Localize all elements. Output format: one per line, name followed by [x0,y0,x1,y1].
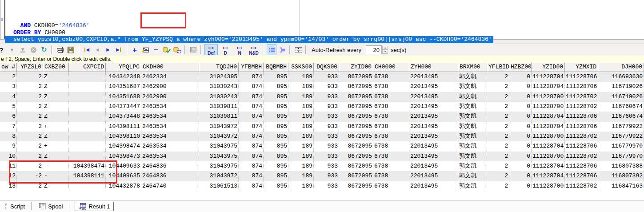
cell-tqdjh0[interactable]: 31043975 [199,161,239,171]
cell-tqdjh0[interactable]: 31061513 [199,181,239,191]
cell-brxm00[interactable]: 郭文凯 [458,92,487,102]
cell-yfbmbh[interactable]: 874 [239,82,264,92]
cell-djh000[interactable]: 116719026 [598,82,644,92]
cell-bqbmbh[interactable]: 895 [264,82,288,92]
column-header-ch0000[interactable]: CH0000 [373,63,409,72]
delete-record-icon[interactable]: − [151,44,161,55]
cell-row[interactable]: 3 [0,82,17,92]
table-row[interactable]: 72+1043981112463534310439728748951899338… [0,122,644,132]
cell-ssks00[interactable]: 189 [288,152,314,161]
column-header-dqks00[interactable]: DQKS00 [314,63,339,72]
cell-dqks00[interactable]: 933 [314,181,339,191]
cell-yzid00[interactable]: 111228700 [532,132,565,141]
cell-yzid00[interactable]: 111228700 [532,92,565,102]
cell-tqdjh0[interactable]: 31043975 [199,152,239,161]
table-row[interactable]: 32Z1043516872462900310302438748951899338… [0,82,644,92]
cell-ch0000[interactable]: 6738 [373,181,409,191]
cell-ssks00[interactable]: 189 [288,72,314,82]
cell-ypqlpc[interactable]: 104398111 [106,122,141,132]
cell-dqks00[interactable]: 933 [314,171,339,181]
cell-yzmxid[interactable]: 111228706 [565,112,598,121]
cell-ypzsl0[interactable]: 2 [17,122,43,132]
cell-zyh000[interactable]: 22013495 [409,92,458,102]
cell-yzmxid[interactable]: 111228706 [565,141,598,151]
cell-yflbid[interactable]: 2 [487,122,509,132]
cell-dqks00[interactable]: 933 [314,132,339,141]
cell-dqks00[interactable]: 933 [314,92,339,102]
cell-tqdjh0[interactable]: 31043972 [199,122,239,132]
cell-hzbz00[interactable]: 0 [509,181,532,191]
column-header-zyid00[interactable]: ZYID00 [339,63,373,72]
save-icon[interactable] [66,44,76,55]
cell-ch0000[interactable]: 6738 [373,141,409,151]
cell-bqbmbh[interactable]: 895 [264,152,288,161]
cell-ckdh00[interactable]: 2464836 [141,171,199,181]
cell-yzmxid[interactable]: 111228702 [565,92,598,102]
cell-tqdjh0[interactable]: 31030243 [199,92,239,102]
cell-zyid00[interactable]: 8672095 [339,82,373,92]
column-header-row[interactable]: ow # [0,63,17,72]
cell-yfbmbh[interactable]: 874 [239,112,264,121]
cell-yfbmbh[interactable]: 874 [239,72,264,82]
cell-yflbid[interactable]: 2 [487,141,509,151]
format-number-button[interactable]: N [233,44,246,55]
cell-yflbid[interactable]: 2 [487,161,509,171]
cell-yfbmbh[interactable]: 874 [239,181,264,191]
cell-bqbmbh[interactable]: 895 [264,102,288,112]
cell-ypqlpc[interactable]: 104398473 [106,152,141,161]
cell-zyid00[interactable]: 8672095 [339,141,373,151]
cell-ckdh00[interactable]: 2463534 [141,152,199,161]
cell-ssks00[interactable]: 189 [288,171,314,181]
cell-zyid00[interactable]: 8672095 [339,181,373,191]
column-header-ckdh00[interactable]: CKDH00 [141,63,199,72]
cell-zyh000[interactable]: 22013495 [409,161,458,171]
cell-cxbz00[interactable]: Z [43,92,69,102]
cell-yzid00[interactable]: 111228704 [532,161,565,171]
duplicate-record-icon[interactable] [140,44,150,55]
cell-ckdh00[interactable]: 2462900 [141,92,199,102]
cell-yzmxid[interactable]: 111228706 [565,122,598,132]
cell-yflbid[interactable]: 2 [487,102,509,112]
tab-spool[interactable]: 51Spool [35,202,67,211]
cell-bqbmbh[interactable]: 895 [264,112,288,121]
cell-ch0000[interactable]: 6738 [373,122,409,132]
cell-ckdh00[interactable]: 2463534 [141,112,199,121]
cell-zyh000[interactable]: 22013495 [409,102,458,112]
cell-bqbmbh[interactable]: 895 [264,92,288,102]
cell-zyh000[interactable]: 22013495 [409,171,458,181]
cell-brxm00[interactable]: 郭文凯 [458,132,487,141]
column-header-ypqlpc[interactable]: YPQLPC [106,63,141,72]
cell-ch0000[interactable]: 6738 [373,132,409,141]
cell-hzbz00[interactable]: 0 [509,82,532,92]
cell-ssks00[interactable]: 189 [288,82,314,92]
cell-bqbmbh[interactable]: 895 [264,171,288,181]
cell-hzbz00[interactable]: 0 [509,112,532,121]
table-row[interactable]: 52Z1043734472463534310398118748951899338… [0,102,644,112]
cell-dqks00[interactable]: 933 [314,82,339,92]
previous-record-button[interactable]: ◀ [92,44,102,55]
cell-dqks00[interactable]: 933 [314,141,339,151]
cell-yzid00[interactable]: 111228704 [532,122,565,132]
cell-tqdjh0[interactable]: 31043975 [199,141,239,151]
cell-djh000[interactable]: 116847163 [598,181,644,191]
cell-ypqlpc[interactable]: 104398110 [106,132,141,141]
cell-ssks00[interactable]: 189 [288,122,314,132]
cell-brxm00[interactable]: 郭文凯 [458,152,487,161]
cancel-query-icon[interactable]: ✕ [28,44,38,55]
cell-bqbmbh[interactable]: 895 [264,161,288,171]
column-header-bqbmbh[interactable]: BQBMBH [264,63,288,72]
format-number-date-button[interactable]: N&D [247,44,260,55]
insert-record-icon[interactable]: + [130,44,140,55]
cell-cxpcid[interactable] [69,112,106,121]
cell-dqks00[interactable]: 933 [314,72,339,82]
cell-ch0000[interactable]: 6738 [373,72,409,82]
cell-tqdjh0[interactable]: 31043972 [199,132,239,141]
cell-ypzsl0[interactable]: 2 [17,102,43,112]
table-row[interactable]: 22Z1043423482462334310243958748951899338… [0,72,644,82]
print-icon[interactable] [55,44,65,55]
cell-row[interactable]: 8 [0,132,17,141]
cell-hzbz00[interactable]: 0 [509,92,532,102]
next-record-button[interactable]: ▶ [103,44,113,55]
single-record-view-icon[interactable] [188,44,198,55]
cell-cxbz00[interactable]: + [43,141,69,151]
